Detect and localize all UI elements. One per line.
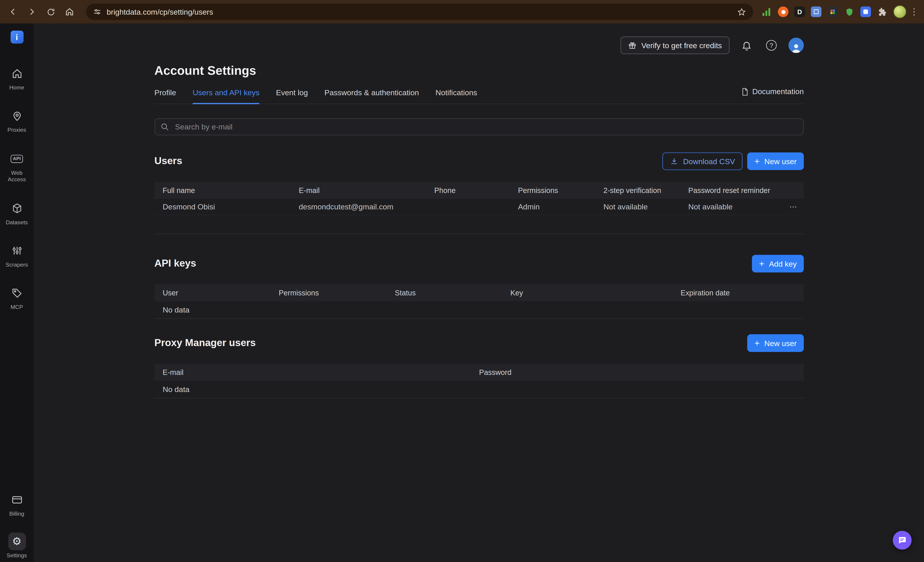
proxy-manager-table-header: E-mail Password [154,364,804,381]
sliders-icon [8,242,26,259]
forward-icon[interactable] [24,4,40,20]
new-user-label: New user [765,157,797,166]
ext-grid-icon[interactable] [827,6,838,17]
download-csv-button[interactable]: Download CSV [662,152,742,170]
ext-orange-circle-icon[interactable] [778,6,789,17]
sidebar-label: Web Access [3,169,31,183]
row-actions-icon[interactable]: ⋯ [783,202,804,211]
app-screen: brightdata.com/cp/setting/users D [0,0,924,562]
home-nav-icon[interactable] [61,4,78,20]
browser-menu-icon[interactable]: ⋮ [909,10,919,13]
gear-icon: ⚙ [8,532,26,550]
sidebar-label: Settings [7,552,27,559]
cube-icon [8,199,26,217]
users-section-header: Users Download CSV + New user [154,152,804,170]
browser-profile-avatar[interactable] [893,5,906,18]
page-title: Account Settings [154,63,804,78]
users-heading: Users [154,155,182,167]
home-icon [8,64,26,82]
browser-toolbar: brightdata.com/cp/setting/users D [0,0,924,24]
table-row: Desmond Obisi desmondcutest@gmail.com Ad… [154,199,804,215]
credit-card-icon [8,491,26,508]
notifications-bell-icon[interactable] [739,37,754,53]
back-icon[interactable] [5,4,21,20]
api-keys-table: User Permissions Status Key Expiration d… [154,284,804,319]
col-permissions: Permissions [510,186,595,194]
settings-page: Account Settings Profile Users and API k… [34,63,924,398]
brightdata-logo[interactable]: i [10,31,24,43]
tab-notifications[interactable]: Notifications [435,88,477,103]
col-password: Password [471,368,804,377]
api-keys-section-header: API keys + Add key [154,255,804,272]
no-data-label: No data [154,385,189,393]
sidebar-item-billing[interactable]: Billing [0,491,33,517]
users-table: Full name E-mail Phone Permissions 2-ste… [154,182,804,235]
topbar: Verify to get free credits ? [34,24,924,54]
search-input[interactable] [154,118,804,135]
site-controls-icon[interactable] [93,7,101,16]
cell-two-step: Not available [595,202,680,211]
ext-blue-icon[interactable] [861,6,871,17]
refresh-icon[interactable] [42,4,59,20]
sidebar-item-scrapers[interactable]: Scrapers [0,242,33,268]
tabs: Profile Users and API keys Event log Pas… [154,88,804,104]
proxy-new-user-button[interactable]: + New user [747,334,804,352]
verify-credits-button[interactable]: Verify to get free credits [621,36,729,54]
users-table-footer [154,215,804,235]
cell-password-reset: Not available [680,202,783,211]
cell-permissions: Admin [510,202,595,211]
help-icon[interactable]: ? [764,37,779,53]
sidebar-nav: Home Proxies API Web Access Datasets [0,64,33,311]
sidebar-label: Billing [9,510,24,517]
cell-full-name: Desmond Obisi [154,202,291,211]
plus-icon: + [759,259,765,268]
tab-passwords-authentication[interactable]: Passwords & authentication [324,88,419,103]
tab-event-log[interactable]: Event log [276,88,308,103]
col-email: E-mail [291,186,426,194]
sidebar-label: MCP [10,304,23,311]
sidebar-item-web-access[interactable]: API Web Access [0,150,33,183]
address-bar[interactable]: brightdata.com/cp/setting/users [86,4,753,20]
plus-icon: + [754,338,760,347]
col-permissions: Permissions [270,288,387,297]
sidebar-label: Scrapers [6,261,28,268]
user-avatar[interactable] [789,37,804,53]
sidebar-item-mcp[interactable]: MCP [0,284,33,311]
no-data-label: No data [154,305,189,314]
cell-email: desmondcutest@gmail.com [291,202,426,211]
sidebar-item-settings[interactable]: ⚙ Settings [0,532,33,558]
documentation-link[interactable]: Documentation [741,87,804,96]
sidebar-label: Home [9,84,24,91]
sidebar-item-proxies[interactable]: Proxies [0,108,33,133]
url-text[interactable]: brightdata.com/cp/setting/users [106,7,737,16]
gift-icon [628,41,637,49]
location-pin-icon [8,108,26,125]
add-key-label: Add key [769,259,796,268]
col-email: E-mail [154,368,471,377]
tag-icon [8,284,26,302]
ext-shield-icon[interactable] [844,6,854,17]
extensions-puzzle-icon[interactable] [877,6,888,17]
proxy-manager-section-header: Proxy Manager users + New user [154,334,804,352]
add-key-button[interactable]: + Add key [752,255,804,272]
extensions-row: D [761,6,888,17]
download-csv-label: Download CSV [683,157,735,166]
plus-icon: + [754,157,760,165]
col-status: Status [387,288,502,297]
new-user-button[interactable]: + New user [747,152,804,170]
sidebar-label: Proxies [8,127,26,133]
verify-credits-label: Verify to get free credits [641,41,722,50]
ext-blue-squares-icon[interactable] [811,6,822,17]
ext-d-icon[interactable]: D [794,6,805,17]
search-icon [160,123,169,134]
chat-widget-button[interactable] [892,531,912,550]
tab-profile[interactable]: Profile [154,88,176,103]
sidebar-item-datasets[interactable]: Datasets [0,199,33,226]
bookmark-star-icon[interactable] [737,7,746,16]
documentation-label: Documentation [752,87,804,96]
sidebar-label: Datasets [6,219,28,226]
search-bar [154,118,804,135]
ext-signal-icon[interactable] [761,6,772,17]
sidebar-item-home[interactable]: Home [0,64,33,91]
tab-users-and-api-keys[interactable]: Users and API keys [193,88,260,104]
